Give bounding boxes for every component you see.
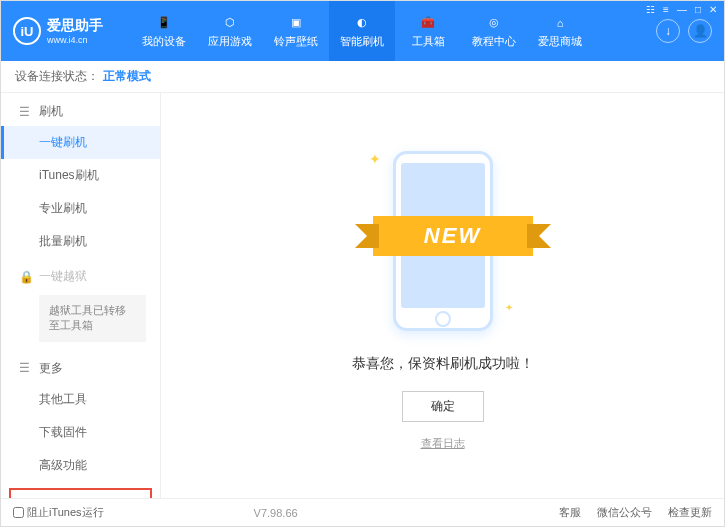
sidebar-item-other[interactable]: 其他工具 bbox=[1, 383, 160, 416]
minimize-icon[interactable]: — bbox=[677, 4, 687, 15]
version-label: V7.98.66 bbox=[254, 507, 298, 519]
logo-badge: iU bbox=[13, 17, 41, 45]
user-button[interactable]: 👤 bbox=[688, 19, 712, 43]
new-ribbon: NEW bbox=[373, 216, 533, 256]
jailbreak-note: 越狱工具已转移至工具箱 bbox=[39, 295, 146, 342]
sidebar-section-flash[interactable]: ☰刷机 bbox=[1, 93, 160, 126]
sidebar-section-jailbreak: 🔒一键越狱 bbox=[1, 258, 160, 291]
sidebar-section-more[interactable]: ☰更多 bbox=[1, 350, 160, 383]
nav-store[interactable]: ⌂爱思商城 bbox=[527, 1, 593, 61]
lock-icon: 🔒 bbox=[19, 270, 33, 284]
sidebar-item-oneclick[interactable]: 一键刷机 bbox=[1, 126, 160, 159]
main-content: NEW ✦ ✦ 恭喜您，保资料刷机成功啦！ 确定 查看日志 bbox=[161, 93, 724, 498]
nav-toolbox[interactable]: 🧰工具箱 bbox=[395, 1, 461, 61]
block-itunes-checkbox[interactable]: 阻止iTunes运行 bbox=[13, 505, 104, 520]
sidebar: ☰刷机 一键刷机 iTunes刷机 专业刷机 批量刷机 🔒一键越狱 越狱工具已转… bbox=[1, 93, 161, 498]
sidebar-item-batch[interactable]: 批量刷机 bbox=[1, 225, 160, 258]
download-button[interactable]: ↓ bbox=[656, 19, 680, 43]
close-icon[interactable]: ✕ bbox=[709, 4, 717, 15]
toolbox-icon: 🧰 bbox=[419, 14, 437, 32]
status-value: 正常模式 bbox=[103, 68, 151, 85]
main-nav: 📱我的设备 ⬡应用游戏 ▣铃声壁纸 ◐智能刷机 🧰工具箱 ◎教程中心 ⌂爱思商城 bbox=[131, 1, 593, 61]
menu-icon: ☰ bbox=[19, 105, 33, 119]
star-icon: ✦ bbox=[369, 151, 381, 167]
view-log-link[interactable]: 查看日志 bbox=[421, 436, 465, 451]
sidebar-item-advanced[interactable]: 高级功能 bbox=[1, 449, 160, 482]
image-icon: ▣ bbox=[287, 14, 305, 32]
nav-flash[interactable]: ◐智能刷机 bbox=[329, 1, 395, 61]
success-message: 恭喜您，保资料刷机成功啦！ bbox=[352, 355, 534, 373]
window-controls: ☷ ≡ — □ ✕ bbox=[646, 4, 717, 15]
footer-update[interactable]: 检查更新 bbox=[668, 505, 712, 520]
menu-icon: ☰ bbox=[19, 361, 33, 375]
footer-wechat[interactable]: 微信公众号 bbox=[597, 505, 652, 520]
sidebar-item-itunes[interactable]: iTunes刷机 bbox=[1, 159, 160, 192]
nav-my-device[interactable]: 📱我的设备 bbox=[131, 1, 197, 61]
nav-tutorials[interactable]: ◎教程中心 bbox=[461, 1, 527, 61]
phone-icon: 📱 bbox=[155, 14, 173, 32]
nav-ringtones[interactable]: ▣铃声壁纸 bbox=[263, 1, 329, 61]
settings-icon[interactable]: ≡ bbox=[663, 4, 669, 15]
cart-icon[interactable]: ☷ bbox=[646, 4, 655, 15]
nav-apps[interactable]: ⬡应用游戏 bbox=[197, 1, 263, 61]
maximize-icon[interactable]: □ bbox=[695, 4, 701, 15]
header-actions: ↓ 👤 bbox=[656, 19, 712, 43]
sidebar-item-download[interactable]: 下载固件 bbox=[1, 416, 160, 449]
store-icon: ⌂ bbox=[551, 14, 569, 32]
status-bar: 设备连接状态： 正常模式 bbox=[1, 61, 724, 93]
logo-subtitle: www.i4.cn bbox=[47, 35, 103, 45]
ok-button[interactable]: 确定 bbox=[402, 391, 484, 422]
app-header: ☷ ≡ — □ ✕ iU 爱思助手 www.i4.cn 📱我的设备 ⬡应用游戏 … bbox=[1, 1, 724, 61]
success-illustration: NEW ✦ ✦ bbox=[383, 141, 503, 341]
status-label: 设备连接状态： bbox=[15, 68, 99, 85]
footer: 阻止iTunes运行 V7.98.66 客服 微信公众号 检查更新 bbox=[1, 498, 724, 526]
apps-icon: ⬡ bbox=[221, 14, 239, 32]
book-icon: ◎ bbox=[485, 14, 503, 32]
options-box: 自动激活 跳过向导 bbox=[9, 488, 152, 498]
sidebar-item-pro[interactable]: 专业刷机 bbox=[1, 192, 160, 225]
logo: iU 爱思助手 www.i4.cn bbox=[13, 17, 103, 45]
star-icon: ✦ bbox=[505, 302, 513, 313]
flash-icon: ◐ bbox=[353, 14, 371, 32]
logo-title: 爱思助手 bbox=[47, 17, 103, 35]
footer-support[interactable]: 客服 bbox=[559, 505, 581, 520]
